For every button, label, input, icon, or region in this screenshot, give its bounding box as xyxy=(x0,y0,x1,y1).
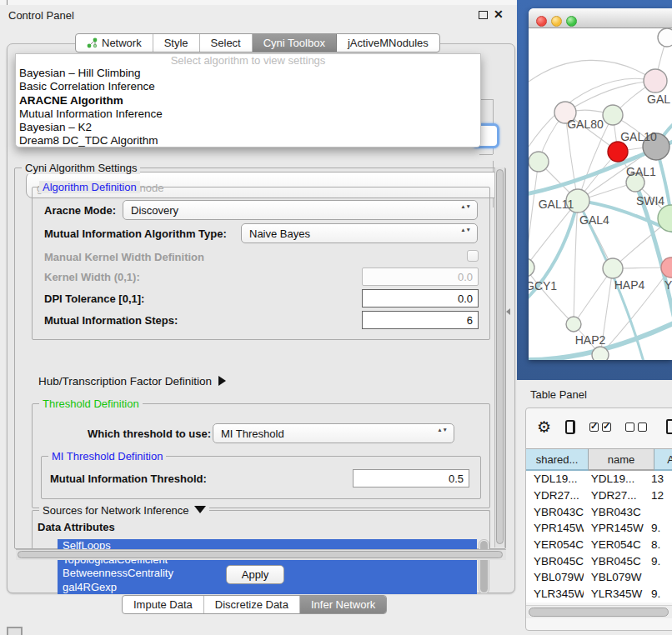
mi-threshold-legend: MI Threshold Definition xyxy=(48,450,166,462)
settings-vertical-scrollbar-thumb[interactable] xyxy=(496,169,504,544)
tab-label: Network xyxy=(102,37,142,49)
table-row[interactable]: YPR145WYPR145W9. xyxy=(526,520,672,537)
expand-right-icon xyxy=(218,376,226,386)
tab-network[interactable]: Network xyxy=(76,34,153,52)
tab-label: Cyni Toolbox xyxy=(263,37,325,49)
tab-style[interactable]: Style xyxy=(153,34,200,52)
algorithm-option[interactable]: Bayesian – K2 xyxy=(16,121,480,134)
table-toolbar: ⚙ xyxy=(526,408,672,445)
column-header[interactable]: name xyxy=(589,448,654,471)
cyni-toolbox-panel: galFiltered.sif default node Select algo… xyxy=(7,43,515,593)
network-node-label: SWI4 xyxy=(636,194,664,208)
mi-steps-input[interactable]: 6 xyxy=(362,311,479,329)
dpi-tolerance-label: DPI Tolerance [0,1]: xyxy=(44,292,144,305)
apply-button[interactable]: Apply xyxy=(226,565,284,584)
tab-cyni-toolbox[interactable]: Cyni Toolbox xyxy=(253,34,337,52)
table-cell: 9. xyxy=(644,555,672,568)
tab-jactivemnodules[interactable]: jActiveMNodules xyxy=(337,34,439,52)
network-node-label: GAL11 xyxy=(539,198,574,211)
algorithm-option[interactable]: Mutual Information Inference xyxy=(16,108,480,121)
algorithm-option[interactable]: Dream8 DC_TDC Algorithm xyxy=(16,134,480,148)
zoom-window-icon[interactable] xyxy=(566,16,577,27)
network-node[interactable] xyxy=(608,142,628,162)
network-node[interactable] xyxy=(603,258,623,278)
aracne-mode-combo[interactable]: Discovery ▲▼ xyxy=(123,200,478,220)
table-row[interactable]: YBR045CYBR045C9. xyxy=(526,552,672,569)
mi-steps-label: Mutual Information Steps: xyxy=(44,314,178,327)
column-header[interactable]: shared... xyxy=(526,448,589,471)
table-row[interactable]: YER054CYER054C8. xyxy=(526,537,672,553)
tab-select[interactable]: Select xyxy=(200,34,253,52)
table-row[interactable]: YLR345WYLR345W9. xyxy=(526,586,672,602)
tab-label: Select xyxy=(211,37,241,49)
algorithm-dropdown-hint: Select algorithm to view settings xyxy=(16,54,480,67)
tab-infer-network[interactable]: Infer Network xyxy=(300,596,386,613)
table-row[interactable]: YIL052CYIL052C9 xyxy=(526,602,672,603)
hub-definition-toggle[interactable]: Hub/Transcription Factor Definition xyxy=(38,375,226,388)
aracne-mode-value: Discovery xyxy=(131,204,178,217)
network-node-label: HAP4 xyxy=(614,278,645,292)
select-all-columns-icon[interactable] xyxy=(589,422,611,432)
mi-threshold-input[interactable]: 0.5 xyxy=(353,469,469,488)
table-row[interactable]: YDR27...YDR27...12 xyxy=(526,488,672,504)
tab-label: Style xyxy=(164,37,188,49)
table-horizontal-scrollbar[interactable] xyxy=(526,605,672,618)
tab-discretize-data[interactable]: Discretize Data xyxy=(204,596,300,613)
network-node[interactable] xyxy=(644,69,667,92)
close-window-icon[interactable] xyxy=(536,16,547,27)
application-window: Control Panel ✕ NetworkStyleSelectCyni T… xyxy=(0,0,672,635)
docked-panel-chip[interactable] xyxy=(7,627,23,635)
tab-impute-data[interactable]: Impute Data xyxy=(123,596,204,613)
which-threshold-value: MI Threshold xyxy=(221,428,284,440)
table-row[interactable]: YBL079WYBL079W xyxy=(526,569,672,586)
deselect-all-columns-icon[interactable] xyxy=(625,422,647,432)
splitter-collapse-icon[interactable] xyxy=(506,308,510,315)
table-cell: 9. xyxy=(644,522,672,534)
kernel-width-input[interactable]: 0.0 xyxy=(362,268,479,286)
algorithm-option[interactable]: ARACNE Algorithm xyxy=(16,94,480,108)
network-node[interactable] xyxy=(566,317,581,332)
table-cell: YBR045C xyxy=(584,555,644,568)
close-icon[interactable]: ✕ xyxy=(494,8,504,21)
network-window-titlebar[interactable] xyxy=(529,8,672,28)
table-cell: YPR145W xyxy=(584,522,644,534)
minimize-window-icon[interactable] xyxy=(551,16,562,27)
manual-kernel-checkbox[interactable] xyxy=(467,250,479,262)
split-columns-icon[interactable] xyxy=(565,420,575,434)
network-edge xyxy=(529,268,574,324)
table-panel-title: Table Panel xyxy=(530,388,587,401)
network-canvas[interactable]: GALGAL80GAL10GAL1GAL11SWI4GAL4GCY1HAP4YH… xyxy=(529,28,672,360)
table-cell: YDL19... xyxy=(584,472,644,485)
network-icon xyxy=(87,38,98,48)
network-node[interactable] xyxy=(592,347,609,360)
which-threshold-label: Which threshold to use: xyxy=(88,428,211,440)
attributes-scrollbar[interactable] xyxy=(479,539,489,594)
table-row[interactable]: YBR043CYBR043C xyxy=(526,503,672,520)
mi-type-combo[interactable]: Naive Bayes ▲▼ xyxy=(241,223,478,243)
float-window-icon[interactable] xyxy=(479,11,488,19)
network-node[interactable] xyxy=(658,28,672,47)
network-node[interactable] xyxy=(529,152,549,172)
column-header[interactable]: A xyxy=(654,448,672,471)
control-panel-title: Control Panel xyxy=(8,9,74,22)
table-cell: 13 xyxy=(644,472,672,485)
document-icon[interactable] xyxy=(666,419,672,434)
table-cell: YBL079W xyxy=(584,571,644,583)
table-row[interactable]: YDL19...YDL19...13 xyxy=(526,471,672,488)
network-node-label: HAP2 xyxy=(575,333,606,347)
network-node[interactable] xyxy=(529,258,534,277)
sources-legend[interactable]: Sources for Network Inference xyxy=(39,504,209,517)
network-node[interactable] xyxy=(603,105,623,125)
table-horizontal-scrollbar-thumb[interactable] xyxy=(529,608,669,617)
mi-threshold-group: MI Threshold Definition Mutual Informati… xyxy=(41,456,481,499)
table-cell: YBR045C xyxy=(526,555,584,568)
algorithm-option[interactable]: Basic Correlation Inference xyxy=(16,80,480,93)
algorithm-option[interactable]: Bayesian – Hill Climbing xyxy=(16,67,480,80)
which-threshold-combo[interactable]: MI Threshold ▲▼ xyxy=(213,423,454,443)
dpi-tolerance-input[interactable]: 0.0 xyxy=(362,289,479,308)
top-strip xyxy=(0,0,517,5)
gear-icon[interactable]: ⚙ xyxy=(537,419,551,435)
settings-horizontal-scrollbar-thumb[interactable] xyxy=(18,551,503,558)
settings-horizontal-scrollbar[interactable] xyxy=(16,549,506,560)
settings-vertical-scrollbar[interactable] xyxy=(494,168,505,548)
